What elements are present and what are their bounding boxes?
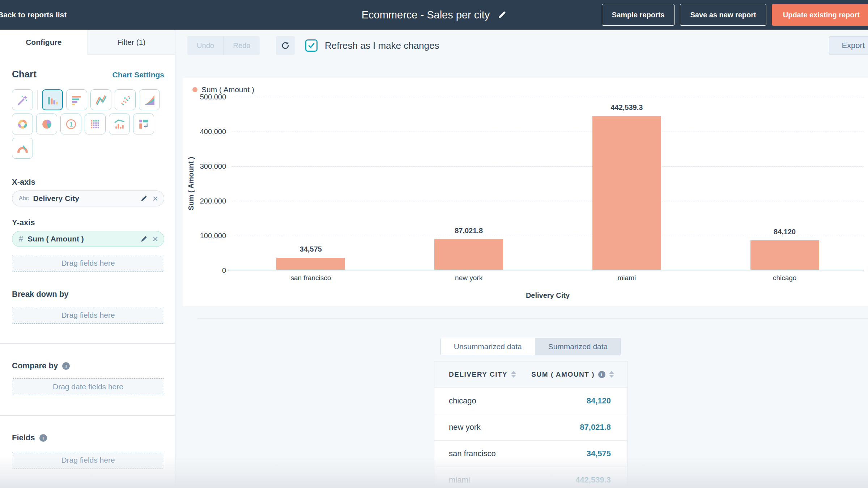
cell-delivery-city: san francisco: [449, 449, 496, 458]
x-tick-label: san francisco: [232, 274, 390, 282]
sidebar-body: Chart Chart Settings 1 X-axis Abc Delive…: [0, 55, 175, 468]
sort-icon[interactable]: [511, 371, 516, 378]
breakdown-drop-zone[interactable]: Drag fields here: [12, 307, 164, 324]
fields-drop-zone[interactable]: Drag fields here: [12, 452, 164, 468]
save-as-new-report-button[interactable]: Save as new report: [680, 4, 766, 26]
top-bar: Back to reports list Ecommerce - Sales p…: [0, 0, 868, 30]
sample-reports-button[interactable]: Sample reports: [602, 4, 675, 26]
y-tick-label: 100,000: [200, 232, 226, 240]
x-axis-heading: X-axis: [12, 177, 164, 187]
cell-delivery-city: miami: [449, 475, 470, 485]
bar-value-label: 442,539.3: [610, 103, 643, 112]
y-tick-label: 200,000: [200, 197, 226, 205]
back-to-reports-link[interactable]: Back to reports list: [0, 10, 67, 19]
bar-value-label: 87,021.8: [455, 227, 483, 235]
chart-section-heading: Chart: [12, 69, 37, 80]
magic-wand-icon[interactable]: [12, 89, 33, 110]
redo-button[interactable]: Redo: [224, 36, 260, 55]
tab-filter[interactable]: Filter (1): [88, 30, 175, 55]
sidebar-tabs: Configure Filter (1): [0, 30, 175, 55]
compare-by-info-icon[interactable]: i: [62, 362, 70, 370]
chart-settings-link[interactable]: Chart Settings: [112, 70, 164, 79]
cell-sum-amount: 442,539.3: [575, 475, 611, 485]
chart-card: Sum ( Amount ) Sum ( Amount ) 500,000400…: [183, 78, 868, 306]
pivot-table-icon[interactable]: [133, 114, 154, 134]
export-button[interactable]: Export: [829, 36, 868, 55]
compare-by-drop-zone[interactable]: Drag date fields here: [12, 378, 164, 395]
y-tick-label: 500,000: [200, 93, 226, 101]
pie-chart-icon[interactable]: [36, 114, 57, 134]
configure-sidebar: Configure Filter (1) Chart Chart Setting…: [0, 30, 175, 488]
table-row: new york87,021.8: [434, 414, 627, 440]
table-header: DELIVERY CITY SUM ( AMOUNT ) i: [434, 361, 627, 388]
bar-slot: 34,575: [232, 97, 390, 270]
icon-group-divider: [37, 90, 38, 110]
chart-toolbar: Undo Redo Refresh as I make changes Expo…: [175, 36, 868, 55]
column-header-delivery-city[interactable]: DELIVERY CITY: [449, 371, 516, 378]
legend-item[interactable]: Sum ( Amount ): [183, 78, 254, 94]
line-chart-icon[interactable]: [90, 89, 111, 110]
bar-slot: 442,539.3: [548, 97, 706, 270]
tab-summarized-data[interactable]: Summarized data: [535, 338, 621, 355]
scatter-plot-icon[interactable]: [115, 89, 136, 110]
field-type-tag: Abc: [19, 195, 29, 202]
bar-new-york[interactable]: [434, 239, 503, 270]
bar-value-label: 34,575: [300, 245, 322, 253]
single-value-icon[interactable]: 1: [60, 114, 81, 134]
bar-chicago[interactable]: [750, 240, 819, 270]
y-tick-label: 0: [222, 266, 226, 275]
report-title-wrap: Ecommerce - Sales per city: [362, 9, 507, 21]
refresh-checkbox-label: Refresh as I make changes: [325, 40, 439, 51]
x-axis-field-pill[interactable]: Abc Delivery City ×: [12, 191, 164, 206]
area-chart-icon[interactable]: [139, 89, 160, 110]
edit-title-pencil-icon[interactable]: [497, 10, 506, 20]
bar-value-label: 84,120: [774, 228, 796, 236]
edit-field-pencil-icon[interactable]: [140, 195, 148, 202]
cell-delivery-city: chicago: [449, 396, 476, 406]
refresh-as-i-make-changes-checkbox[interactable]: [305, 39, 318, 52]
x-axis-title: Delivery City: [232, 291, 864, 300]
tab-configure[interactable]: Configure: [0, 30, 88, 55]
edit-field-pencil-icon[interactable]: [140, 235, 148, 243]
tab-unsummarized-data[interactable]: Unsummarized data: [441, 338, 535, 355]
table-row: chicago84,120: [434, 388, 627, 414]
sort-icon[interactable]: [609, 371, 614, 378]
y-axis-field-label: Sum ( Amount ): [27, 235, 136, 243]
combo-chart-icon[interactable]: [109, 114, 130, 134]
data-table-icon[interactable]: [85, 114, 106, 134]
sidebar-divider: [0, 343, 175, 344]
y-axis-drop-zone[interactable]: Drag fields here: [12, 255, 164, 271]
update-existing-report-button[interactable]: Update existing report: [772, 4, 868, 26]
gauge-icon[interactable]: [12, 138, 33, 159]
undo-redo-group: Undo Redo: [187, 36, 260, 55]
remove-field-icon[interactable]: ×: [153, 234, 158, 244]
bar-miami[interactable]: [592, 116, 661, 270]
summary-table: DELIVERY CITY SUM ( AMOUNT ) i chicago84…: [434, 361, 627, 488]
donut-chart-icon[interactable]: [12, 114, 33, 134]
topbar-actions: Sample reports Save as new report Update…: [602, 4, 868, 26]
horizontal-bar-chart-icon[interactable]: [66, 89, 87, 110]
table-row: san francisco34,575: [434, 440, 627, 467]
undo-button[interactable]: Undo: [187, 36, 224, 55]
fields-heading: Fields: [12, 433, 35, 442]
refresh-icon: [280, 40, 291, 51]
refresh-button[interactable]: [276, 36, 295, 55]
cell-sum-amount: 34,575: [587, 449, 611, 458]
y-axis-ticks: 500,000400,000300,000200,000100,0000: [199, 97, 232, 270]
report-title: Ecommerce - Sales per city: [362, 9, 490, 21]
remove-field-icon[interactable]: ×: [153, 194, 158, 203]
bar-slot: 87,021.8: [390, 97, 548, 270]
fields-info-icon[interactable]: i: [39, 434, 47, 442]
y-axis-field-pill[interactable]: # Sum ( Amount ) ×: [12, 231, 164, 247]
column-label: SUM ( AMOUNT ): [531, 371, 595, 378]
bar-san-francisco[interactable]: [276, 258, 345, 270]
y-axis-title: Sum ( Amount ): [183, 97, 199, 270]
content-row: Configure Filter (1) Chart Chart Setting…: [0, 30, 868, 488]
legend-dot: [192, 87, 197, 92]
column-header-sum-amount[interactable]: SUM ( AMOUNT ) i: [531, 371, 614, 378]
x-tick-label: miami: [548, 274, 706, 282]
column-chart-icon[interactable]: [42, 89, 63, 110]
cell-sum-amount: 87,021.8: [580, 423, 611, 432]
data-panel-tabs: Unsummarized data Summarized data: [441, 338, 621, 355]
column-info-icon[interactable]: i: [598, 371, 605, 378]
